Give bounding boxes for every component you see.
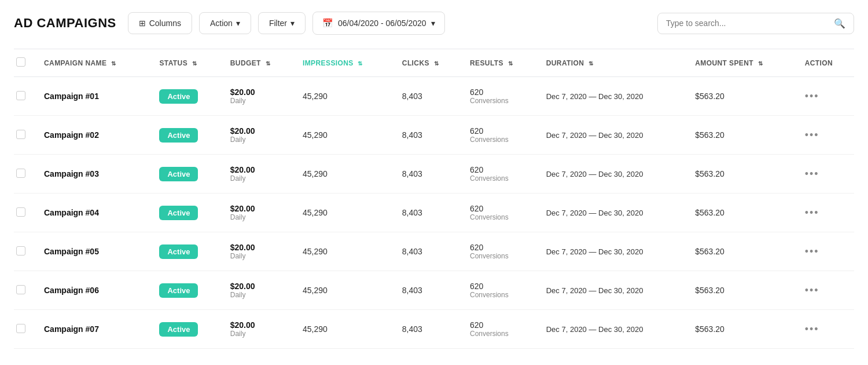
row-budget: $20.00 Daily (223, 77, 296, 116)
row-checkbox-cell[interactable] (14, 116, 37, 155)
sort-campaign-name-icon: ⇅ (111, 60, 116, 67)
table-header-row: CAMPAIGN NAME ⇅ STATUS ⇅ BUDGET ⇅ IMPRES… (14, 49, 854, 77)
row-checkbox[interactable] (16, 324, 25, 333)
more-options-icon[interactable]: ••• (805, 168, 819, 180)
select-all-header[interactable] (14, 49, 37, 77)
row-checkbox-cell[interactable] (14, 194, 37, 232)
row-budget: $20.00 Daily (223, 232, 296, 271)
more-options-icon[interactable]: ••• (805, 246, 819, 257)
row-checkbox-cell[interactable] (14, 77, 37, 116)
row-duration: Dec 7, 2020 — Dec 30, 2020 (539, 271, 689, 310)
status-badge: Active (159, 206, 198, 220)
row-duration: Dec 7, 2020 — Dec 30, 2020 (539, 116, 689, 155)
sort-clicks-icon: ⇅ (434, 60, 439, 67)
th-action: ACTION (798, 49, 854, 77)
sort-budget-icon: ⇅ (266, 60, 270, 67)
row-checkbox[interactable] (16, 285, 25, 294)
date-chevron-icon: ▾ (431, 19, 435, 28)
row-clicks: 8,403 (395, 155, 463, 194)
row-amount: $563.20 (688, 232, 797, 271)
table-row: Campaign #07 Active $20.00 Daily 45,290 … (14, 310, 854, 349)
filter-button[interactable]: Filter ▾ (258, 12, 306, 34)
row-budget: $20.00 Daily (223, 116, 296, 155)
row-impressions: 45,290 (296, 155, 395, 194)
search-input[interactable] (666, 19, 829, 28)
more-options-icon[interactable]: ••• (805, 129, 819, 141)
row-clicks: 8,403 (395, 271, 463, 310)
row-checkbox-cell[interactable] (14, 232, 37, 271)
page-header: AD CAMPAIGNS ⊞ Columns Action ▾ Filter ▾… (14, 12, 854, 35)
filter-label: Filter (269, 19, 287, 28)
th-duration[interactable]: DURATION ⇅ (539, 49, 689, 77)
search-box: 🔍 (657, 13, 854, 34)
row-impressions: 45,290 (296, 310, 395, 349)
row-checkbox-cell[interactable] (14, 310, 37, 349)
row-impressions: 45,290 (296, 77, 395, 116)
row-duration: Dec 7, 2020 — Dec 30, 2020 (539, 232, 689, 271)
row-action[interactable]: ••• (798, 271, 854, 310)
columns-label: Columns (149, 19, 181, 28)
page-title: AD CAMPAIGNS (14, 16, 116, 31)
sort-amount-icon: ⇅ (758, 60, 763, 67)
row-action[interactable]: ••• (798, 155, 854, 194)
status-badge: Active (159, 283, 198, 298)
more-options-icon[interactable]: ••• (805, 207, 819, 218)
row-status: Active (152, 155, 223, 194)
row-campaign-name: Campaign #01 (37, 77, 152, 116)
row-action[interactable]: ••• (798, 232, 854, 271)
status-badge: Active (159, 89, 198, 104)
th-campaign-name[interactable]: CAMPAIGN NAME ⇅ (37, 49, 152, 77)
action-button[interactable]: Action ▾ (199, 12, 251, 34)
more-options-icon[interactable]: ••• (805, 323, 819, 335)
row-duration: Dec 7, 2020 — Dec 30, 2020 (539, 77, 689, 116)
select-all-checkbox[interactable] (16, 57, 25, 67)
row-results: 620 Conversions (463, 232, 539, 271)
row-action[interactable]: ••• (798, 194, 854, 232)
date-range-button[interactable]: 📅 06/04/2020 - 06/05/2020 ▾ (312, 12, 445, 35)
th-clicks[interactable]: CLICKS ⇅ (395, 49, 463, 77)
row-status: Active (152, 194, 223, 232)
th-results[interactable]: RESULTS ⇅ (463, 49, 539, 77)
sort-duration-icon: ⇅ (589, 60, 593, 67)
row-results: 620 Conversions (463, 194, 539, 232)
th-status[interactable]: STATUS ⇅ (152, 49, 223, 77)
row-clicks: 8,403 (395, 232, 463, 271)
row-checkbox[interactable] (16, 169, 25, 178)
row-action[interactable]: ••• (798, 116, 854, 155)
row-results: 620 Conversions (463, 116, 539, 155)
row-amount: $563.20 (688, 116, 797, 155)
date-range-label: 06/04/2020 - 06/05/2020 (338, 19, 426, 28)
th-impressions[interactable]: IMPRESSIONS ⇅ (296, 49, 395, 77)
th-budget[interactable]: BUDGET ⇅ (223, 49, 296, 77)
row-checkbox-cell[interactable] (14, 155, 37, 194)
row-amount: $563.20 (688, 310, 797, 349)
row-duration: Dec 7, 2020 — Dec 30, 2020 (539, 310, 689, 349)
row-impressions: 45,290 (296, 194, 395, 232)
row-checkbox[interactable] (16, 91, 25, 100)
row-amount: $563.20 (688, 155, 797, 194)
columns-icon: ⊞ (139, 19, 146, 28)
row-status: Active (152, 310, 223, 349)
th-amount-spent[interactable]: AMOUNT SPENT ⇅ (688, 49, 797, 77)
table-row: Campaign #06 Active $20.00 Daily 45,290 … (14, 271, 854, 310)
row-action[interactable]: ••• (798, 310, 854, 349)
row-campaign-name: Campaign #03 (37, 155, 152, 194)
row-status: Active (152, 271, 223, 310)
row-checkbox[interactable] (16, 207, 25, 217)
sort-status-icon: ⇅ (192, 60, 197, 67)
row-budget: $20.00 Daily (223, 271, 296, 310)
row-checkbox[interactable] (16, 246, 25, 256)
columns-button[interactable]: ⊞ Columns (128, 12, 192, 34)
table-row: Campaign #05 Active $20.00 Daily 45,290 … (14, 232, 854, 271)
row-action[interactable]: ••• (798, 77, 854, 116)
row-results: 620 Conversions (463, 77, 539, 116)
row-amount: $563.20 (688, 77, 797, 116)
row-checkbox-cell[interactable] (14, 271, 37, 310)
more-options-icon[interactable]: ••• (805, 90, 819, 102)
row-budget: $20.00 Daily (223, 194, 296, 232)
row-checkbox[interactable] (16, 130, 25, 139)
status-badge: Active (159, 167, 198, 181)
status-badge: Active (159, 322, 198, 337)
row-duration: Dec 7, 2020 — Dec 30, 2020 (539, 194, 689, 232)
more-options-icon[interactable]: ••• (805, 284, 819, 296)
